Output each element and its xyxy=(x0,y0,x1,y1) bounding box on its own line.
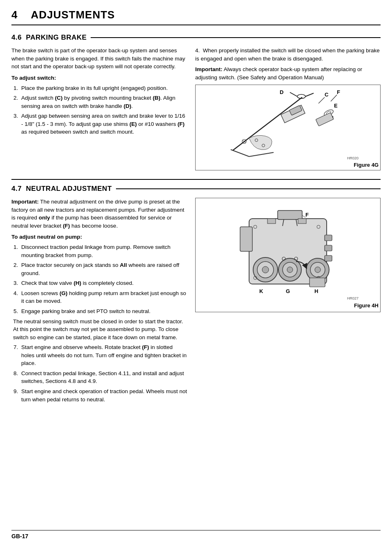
svg-line-29 xyxy=(302,215,305,217)
svg-rect-54 xyxy=(310,278,325,287)
figure-4h-svg: F K G xyxy=(208,198,368,301)
adjust-neutral-heading: To adjust neutral on pump: xyxy=(11,233,187,241)
section-46-steps: Place the parking brake in its full upri… xyxy=(11,84,187,136)
section-47-important: Important: The neutral adjustment on the… xyxy=(11,198,187,230)
svg-rect-46 xyxy=(325,255,332,261)
svg-text:K: K xyxy=(259,288,263,294)
chapter-title-text: ADJUSTMENTS xyxy=(31,9,115,21)
adjust-switch-heading: To adjust switch: xyxy=(11,74,187,82)
figure-4h-box: F K G xyxy=(195,198,381,312)
svg-text:F: F xyxy=(305,212,309,218)
step-47-2: Place tractor securely on jack stands so… xyxy=(20,261,187,277)
svg-text:E: E xyxy=(334,103,338,109)
svg-point-40 xyxy=(315,267,321,273)
step-47-9: Start engine and check operation of trac… xyxy=(20,387,187,403)
step-46-1: Place the parking brake in its full upri… xyxy=(20,84,187,92)
svg-text:D: D xyxy=(280,89,283,95)
figure-4g-caption: Figure 4G xyxy=(196,161,380,169)
section-46-important: Important: Always check operator back-up… xyxy=(195,65,381,81)
section-47-steps: Disconnect traction pedal linkage from p… xyxy=(11,243,187,403)
svg-text:F: F xyxy=(337,89,340,95)
section-46-left: The brake switch is part of the operator… xyxy=(11,47,187,172)
step-47-3: Check that tow valve (H) is completely c… xyxy=(20,279,187,287)
figure-4g-svg: D C F E B xyxy=(208,85,368,161)
section-divider xyxy=(11,179,381,180)
svg-rect-42 xyxy=(267,219,276,224)
section-46: 4.6 PARKING BRAKE The brake switch is pa… xyxy=(11,33,381,172)
svg-line-12 xyxy=(331,95,337,101)
svg-line-2 xyxy=(290,92,297,96)
step-47-8: Connect traction pedal linkage, Section … xyxy=(20,369,187,385)
figure-4h-caption: Figure 4H xyxy=(196,301,380,310)
section-47-content: Important: The neutral adjustment on the… xyxy=(11,198,381,406)
svg-rect-43 xyxy=(298,219,306,224)
page-number: GB-17 xyxy=(11,532,28,540)
section-47-right: F K G xyxy=(195,198,381,406)
svg-line-16 xyxy=(231,150,249,157)
chapter-title: 4 ADJUSTMENTS xyxy=(11,7,381,25)
svg-text:G: G xyxy=(286,288,290,294)
svg-rect-45 xyxy=(325,245,332,251)
section-46-number: 4.6 xyxy=(11,33,22,43)
svg-rect-44 xyxy=(325,235,332,241)
step-46-2: Adjust switch (C) by pivoting switch mou… xyxy=(20,94,187,110)
section-46-heading: 4.6 PARKING BRAKE xyxy=(11,33,381,43)
section-47: 4.7 NEUTRAL ADJUSTMENT Important: The ne… xyxy=(11,184,381,406)
svg-point-36 xyxy=(287,267,293,273)
svg-text:HR027: HR027 xyxy=(347,296,359,300)
step-47-6: The neutral sensing switch must be close… xyxy=(11,318,187,342)
svg-line-17 xyxy=(249,152,274,157)
step-47-4: Loosen screws (G) holding pump return ar… xyxy=(20,289,187,305)
step-47-5: Engage parking brake and set PTO switch … xyxy=(20,307,187,316)
section-46-intro: The brake switch is part of the operator… xyxy=(11,47,187,71)
svg-text:H: H xyxy=(314,288,318,294)
section-47-left: Important: The neutral adjustment on the… xyxy=(11,198,187,406)
section-47-number: 4.7 xyxy=(11,184,22,194)
figure-4g-box: D C F E B xyxy=(195,85,381,170)
step-46-3: Adjust gap between sensing area on switc… xyxy=(20,112,187,136)
svg-line-11 xyxy=(318,97,325,103)
svg-line-3 xyxy=(305,93,314,96)
section-46-content: The brake switch is part of the operator… xyxy=(11,47,381,172)
chapter-number: 4 xyxy=(11,9,18,21)
section-46-point4: 4. When properly installed the switch wi… xyxy=(195,47,381,63)
section-46-title: PARKING BRAKE xyxy=(26,33,87,43)
svg-rect-15 xyxy=(316,112,334,126)
step-47-1: Disconnect traction pedal linkage from p… xyxy=(20,243,187,259)
section-47-heading: 4.7 NEUTRAL ADJUSTMENT xyxy=(11,184,381,194)
svg-rect-24 xyxy=(240,227,252,251)
svg-text:C: C xyxy=(325,92,329,98)
svg-text:HR020: HR020 xyxy=(347,156,359,160)
page-footer: GB-17 xyxy=(11,530,381,540)
svg-point-32 xyxy=(262,266,269,273)
section-47-title: NEUTRAL ADJUSTMENT xyxy=(26,184,112,194)
section-46-right: 4. When properly installed the switch wi… xyxy=(195,47,381,172)
svg-rect-25 xyxy=(278,210,302,219)
step-47-7: Start engine and observe wheels. Rotate … xyxy=(20,343,187,367)
page: 4 ADJUSTMENTS 4.6 PARKING BRAKE The brak… xyxy=(0,0,392,546)
